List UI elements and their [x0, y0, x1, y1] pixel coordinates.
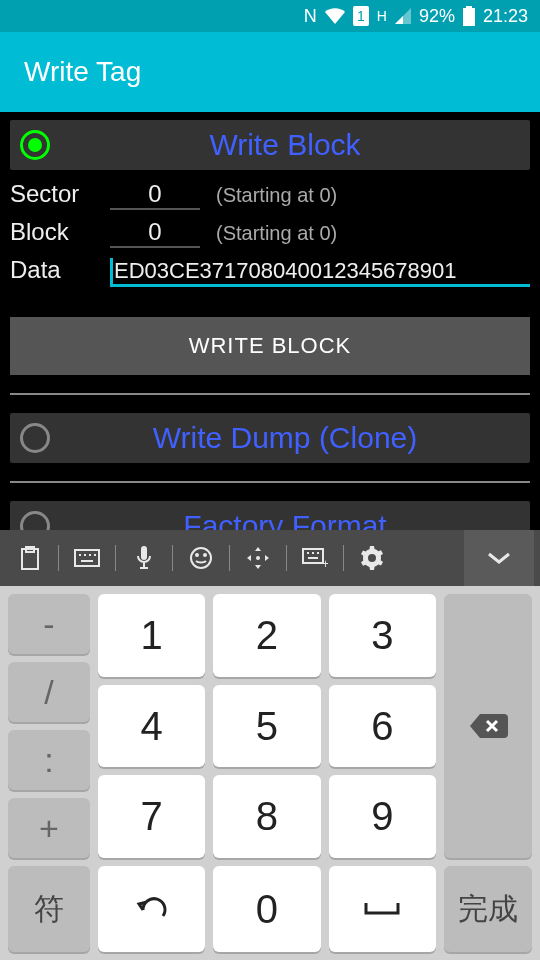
- mic-icon[interactable]: [120, 538, 168, 578]
- key-8[interactable]: 8: [213, 775, 320, 858]
- write-block-form: Sector 0 (Starting at 0) Block 0 (Starti…: [10, 170, 530, 297]
- section-factory-format[interactable]: Factory Format: [10, 501, 530, 530]
- sector-hint: (Starting at 0): [216, 184, 337, 207]
- sim-icon: 1: [353, 6, 369, 26]
- svg-text:+: +: [322, 557, 328, 568]
- collapse-keyboard-icon[interactable]: [464, 530, 534, 586]
- svg-rect-0: [463, 8, 475, 26]
- svg-rect-4: [75, 550, 99, 566]
- page-title: Write Tag: [24, 56, 141, 88]
- radio-write-block[interactable]: [20, 130, 50, 160]
- data-label: Data: [10, 256, 110, 284]
- battery-percent: 92%: [419, 6, 455, 27]
- key-9[interactable]: 9: [329, 775, 436, 858]
- write-block-button[interactable]: WRITE BLOCK: [10, 317, 530, 375]
- key-space[interactable]: [329, 866, 436, 952]
- key-1[interactable]: 1: [98, 594, 205, 677]
- move-cursor-icon[interactable]: [234, 538, 282, 578]
- key-0[interactable]: 0: [213, 866, 320, 952]
- gear-icon[interactable]: [348, 538, 396, 578]
- clipboard-icon[interactable]: [6, 538, 54, 578]
- keyboard-settings-icon[interactable]: +: [291, 538, 339, 578]
- sector-label: Sector: [10, 180, 110, 208]
- key-5[interactable]: 5: [213, 685, 320, 768]
- svg-point-11: [191, 548, 211, 568]
- svg-point-13: [204, 554, 206, 556]
- section-title-factory-format: Factory Format: [50, 509, 520, 530]
- keyboard-toolbar: +: [0, 530, 540, 586]
- data-input[interactable]: ED03CE371708040012345678901: [110, 258, 530, 287]
- key-6[interactable]: 6: [329, 685, 436, 768]
- radio-write-dump[interactable]: [20, 423, 50, 453]
- sector-input[interactable]: 0: [110, 180, 200, 210]
- key-3[interactable]: 3: [329, 594, 436, 677]
- block-label: Block: [10, 218, 110, 246]
- emoji-icon[interactable]: [177, 538, 225, 578]
- key-undo[interactable]: [98, 866, 205, 952]
- svg-rect-10: [141, 546, 147, 560]
- key-plus[interactable]: +: [8, 798, 90, 858]
- numeric-keyboard: - / : + 1 2 3 4 5 6 7 8 9: [0, 586, 540, 960]
- section-title-write-dump: Write Dump (Clone): [50, 421, 520, 455]
- network-label: H: [377, 8, 387, 24]
- svg-point-12: [196, 554, 198, 556]
- content-area: Write Block Sector 0 (Starting at 0) Blo…: [0, 112, 540, 530]
- key-colon[interactable]: :: [8, 730, 90, 790]
- key-4[interactable]: 4: [98, 685, 205, 768]
- status-bar: N 1 H 92% 21:23: [0, 0, 540, 32]
- nfc-icon: N: [304, 6, 317, 27]
- signal-icon: [395, 8, 411, 24]
- key-symbol-mode[interactable]: 符: [8, 866, 90, 952]
- battery-icon: [463, 6, 475, 26]
- key-2[interactable]: 2: [213, 594, 320, 677]
- clock: 21:23: [483, 6, 528, 27]
- app-bar: Write Tag: [0, 32, 540, 112]
- section-title-write-block: Write Block: [50, 128, 520, 162]
- radio-factory-format[interactable]: [20, 511, 50, 530]
- section-write-block[interactable]: Write Block: [10, 120, 530, 170]
- section-write-dump[interactable]: Write Dump (Clone): [10, 413, 530, 463]
- divider: [10, 481, 530, 483]
- key-done[interactable]: 完成: [444, 866, 532, 952]
- svg-rect-15: [303, 549, 323, 563]
- block-input[interactable]: 0: [110, 218, 200, 248]
- key-minus[interactable]: -: [8, 594, 90, 654]
- key-backspace[interactable]: [444, 594, 532, 858]
- wifi-icon: [325, 8, 345, 24]
- key-slash[interactable]: /: [8, 662, 90, 722]
- svg-rect-1: [466, 6, 472, 8]
- key-7[interactable]: 7: [98, 775, 205, 858]
- divider: [10, 393, 530, 395]
- svg-point-21: [369, 555, 375, 561]
- block-hint: (Starting at 0): [216, 222, 337, 245]
- keyboard-icon[interactable]: [63, 538, 111, 578]
- svg-point-14: [256, 556, 260, 560]
